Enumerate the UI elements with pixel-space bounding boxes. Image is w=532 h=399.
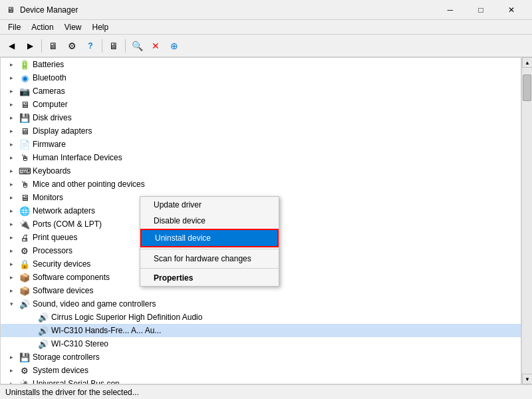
scrollbar[interactable]: ▲ ▼ (521, 57, 532, 384)
icon-processors: ⚙ (19, 245, 30, 256)
icon-bluetooth: ◉ (19, 72, 30, 83)
tree-item-mice[interactable]: 🖱 Mice and other pointing devices (1, 178, 521, 191)
icon-mice: 🖱 (19, 179, 30, 190)
label-display-adapters: Display adapters (33, 126, 92, 136)
label-sound: Sound, video and game controllers (33, 299, 156, 309)
ctx-sep-2 (140, 268, 279, 269)
chevron-usb (6, 378, 17, 384)
chevron-mice (6, 179, 17, 190)
tree-item-disk-drives[interactable]: 💾 Disk drives (1, 111, 521, 124)
label-software-devices: Software devices (33, 286, 93, 295)
ctx-update-driver[interactable]: Update driver (140, 197, 279, 213)
ctx-sep-1 (140, 249, 279, 249)
status-text: Uninstalls the driver for the selected..… (5, 388, 139, 397)
toolbar-help[interactable]: ? (82, 37, 99, 55)
icon-cameras: 📷 (19, 86, 30, 96)
label-keyboards: Keyboards (33, 166, 70, 176)
icon-system-devices: ⚙ (19, 365, 30, 376)
toolbar: ◀ ▶ 🖥 ⚙ ? 🖥 🔍 ✕ ⊕ (0, 35, 532, 57)
label-monitors: Monitors (33, 193, 63, 202)
scroll-down-button[interactable]: ▼ (522, 374, 532, 384)
window-title: Device Manager (20, 5, 435, 15)
chevron-computer (6, 99, 17, 110)
icon-cirrus: 🔊 (38, 312, 49, 323)
icon-sound: 🔊 (19, 299, 30, 309)
tree-item-cirrus[interactable]: ▸ 🔊 Cirrus Logic Superior High Definitio… (1, 311, 521, 324)
ctx-disable-device[interactable]: Disable device (140, 213, 279, 229)
ctx-uninstall-device[interactable]: Uninstall device (140, 229, 279, 247)
tree-item-bluetooth[interactable]: ◉ Bluetooth (1, 71, 521, 84)
toolbar-forward[interactable]: ▶ (21, 37, 39, 55)
label-cirrus: Cirrus Logic Superior High Definition Au… (51, 313, 202, 322)
toolbar-remove[interactable]: ✕ (147, 37, 164, 55)
menu-help[interactable]: Help (87, 21, 114, 33)
icon-security: 🔒 (19, 259, 30, 269)
title-bar: 🖥 Device Manager ─ □ ✕ (0, 0, 532, 20)
menu-action[interactable]: Action (26, 21, 59, 33)
menu-view[interactable]: View (59, 21, 87, 33)
chevron-processors (6, 245, 17, 256)
close-button[interactable]: ✕ (496, 0, 527, 20)
tree-item-cameras[interactable]: 📷 Cameras (1, 84, 521, 98)
tree-item-batteries[interactable]: 🔋 Batteries (1, 58, 521, 71)
toolbar-add[interactable]: ⊕ (166, 37, 183, 55)
menu-file[interactable]: File (3, 21, 26, 33)
icon-software-components: 📦 (19, 272, 30, 283)
menu-bar: File Action View Help (0, 20, 532, 35)
chevron-security (6, 259, 17, 269)
tree-item-usb[interactable]: 🔌 Universal Serial Bus con... (1, 377, 521, 384)
tree-item-sound[interactable]: 🔊 Sound, video and game controllers (1, 297, 521, 311)
toolbar-sep-2 (102, 39, 102, 53)
label-disk-drives: Disk drives (33, 113, 72, 122)
chevron-batteries (6, 59, 17, 70)
scroll-track[interactable] (522, 68, 532, 374)
chevron-software-components (6, 272, 17, 283)
label-cameras: Cameras (33, 86, 65, 96)
chevron-monitors (6, 192, 17, 203)
app-icon: 🖥 (5, 5, 16, 15)
tree-item-wi-c310-stereo[interactable]: ▸ 🔊 WI-C310 Stereo (1, 337, 521, 350)
label-processors: Processors (33, 246, 72, 255)
toolbar-computer[interactable]: 🖥 (105, 37, 122, 55)
chevron-system-devices (6, 365, 17, 376)
label-network: Network adapters (33, 206, 95, 215)
icon-print: 🖨 (19, 232, 30, 243)
scroll-thumb[interactable] (523, 74, 531, 101)
tree-item-storage[interactable]: 💾 Storage controllers (1, 350, 521, 364)
tree-item-hid[interactable]: 🖱 Human Interface Devices (1, 151, 521, 164)
icon-software-devices: 📦 (19, 285, 30, 296)
icon-keyboards: ⌨ (19, 166, 30, 176)
toolbar-show-hidden[interactable]: ⚙ (63, 37, 80, 55)
tree-item-firmware[interactable]: 📄 Firmware (1, 138, 521, 151)
ctx-properties[interactable]: Properties (140, 270, 279, 286)
toolbar-scan[interactable]: 🔍 (128, 37, 146, 55)
label-bluetooth: Bluetooth (33, 73, 66, 82)
chevron-hid (6, 152, 17, 163)
icon-wi-c310: 🔊 (38, 325, 49, 336)
label-software-components: Software components (33, 273, 110, 282)
tree-item-keyboards[interactable]: ⌨ Keyboards (1, 164, 521, 178)
chevron-print (6, 232, 17, 243)
tree-item-system-devices[interactable]: ⚙ System devices (1, 364, 521, 377)
icon-monitors: 🖥 (19, 192, 30, 203)
icon-wi-c310-stereo: 🔊 (38, 338, 49, 349)
icon-computer: 🖥 (19, 99, 30, 110)
label-computer: Computer (33, 100, 68, 109)
maximize-button[interactable]: □ (466, 0, 496, 20)
label-ports: Ports (COM & LPT) (33, 219, 102, 229)
icon-storage: 💾 (19, 352, 30, 362)
icon-disk-drives: 💾 (19, 112, 30, 123)
toolbar-back[interactable]: ◀ (3, 37, 20, 55)
tree-item-computer[interactable]: 🖥 Computer (1, 98, 521, 111)
ctx-scan-hardware[interactable]: Scan for hardware changes (140, 251, 279, 267)
chevron-disk-drives (6, 112, 17, 123)
toolbar-properties[interactable]: 🖥 (45, 37, 62, 55)
label-usb: Universal Serial Bus con... (33, 379, 126, 384)
context-menu: Update driver Disable device Uninstall d… (140, 196, 279, 287)
minimize-button[interactable]: ─ (435, 0, 466, 20)
tree-item-wi-c310[interactable]: ▸ 🔊 WI-C310 Hands-Fre... A... Au... (1, 324, 521, 337)
scroll-up-button[interactable]: ▲ (522, 57, 532, 68)
label-batteries: Batteries (33, 60, 64, 69)
tree-item-display-adapters[interactable]: 🖥 Display adapters (1, 124, 521, 138)
toolbar-sep-3 (125, 39, 126, 53)
